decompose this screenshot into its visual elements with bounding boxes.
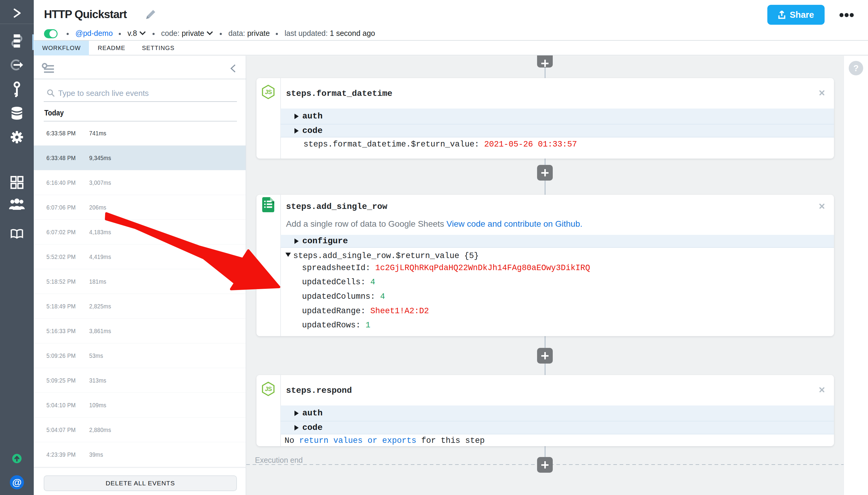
svg-text:JS: JS (265, 386, 272, 392)
svg-text:JS: JS (265, 89, 272, 95)
svg-text:@: @ (12, 477, 21, 488)
